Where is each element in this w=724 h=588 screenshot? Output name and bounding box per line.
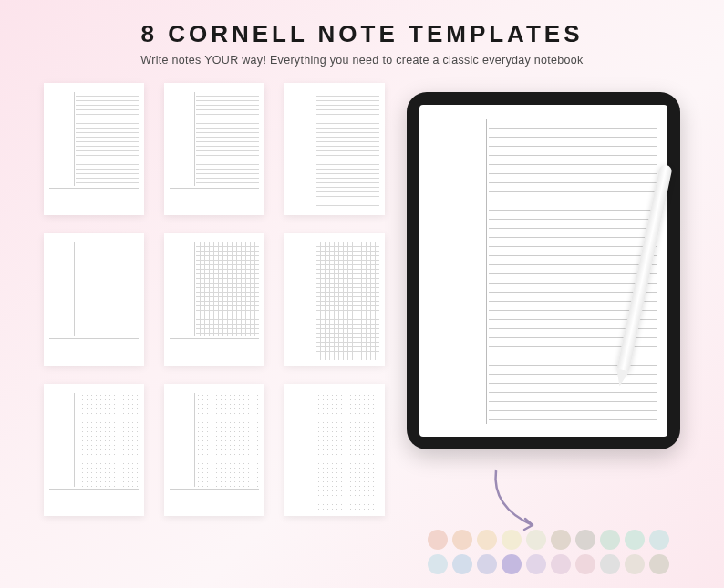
template-thumbnail bbox=[284, 384, 385, 516]
color-swatch bbox=[502, 554, 522, 574]
color-swatch bbox=[649, 554, 669, 574]
cornell-notes-area bbox=[489, 119, 657, 424]
color-swatch bbox=[551, 554, 571, 574]
color-swatch bbox=[502, 530, 522, 550]
color-swatch bbox=[526, 554, 546, 574]
color-swatches bbox=[428, 530, 669, 574]
color-swatch bbox=[600, 554, 620, 574]
color-swatch bbox=[575, 554, 595, 574]
header: 8 CORNELL NOTE TEMPLATES Write notes YOU… bbox=[0, 0, 724, 67]
color-swatch bbox=[575, 530, 595, 550]
color-swatch bbox=[428, 530, 448, 550]
page-title: 8 CORNELL NOTE TEMPLATES bbox=[0, 20, 724, 48]
color-swatch bbox=[452, 554, 472, 574]
template-thumbnail bbox=[44, 83, 144, 215]
tablet-screen bbox=[419, 105, 667, 437]
cornell-cue-column bbox=[430, 119, 487, 424]
color-swatch bbox=[477, 554, 497, 574]
template-thumbnail bbox=[164, 384, 264, 516]
template-thumbnail bbox=[164, 233, 264, 366]
color-swatch bbox=[625, 554, 645, 574]
color-swatch bbox=[600, 530, 620, 550]
template-grid bbox=[44, 83, 385, 516]
page-subtitle: Write notes YOUR way! Everything you nee… bbox=[0, 54, 724, 67]
template-thumbnail bbox=[44, 384, 144, 516]
color-swatch bbox=[452, 530, 472, 550]
template-thumbnail bbox=[44, 233, 144, 366]
color-swatch bbox=[625, 530, 645, 550]
color-swatch bbox=[477, 530, 497, 550]
tablet-mockup bbox=[407, 92, 680, 449]
color-swatch bbox=[526, 530, 546, 550]
arrow-icon bbox=[487, 466, 560, 539]
template-thumbnail bbox=[284, 233, 385, 366]
color-swatch bbox=[649, 530, 669, 550]
color-swatch bbox=[428, 554, 448, 574]
template-thumbnail bbox=[284, 83, 385, 215]
template-thumbnail bbox=[164, 83, 264, 215]
color-swatch bbox=[551, 530, 571, 550]
